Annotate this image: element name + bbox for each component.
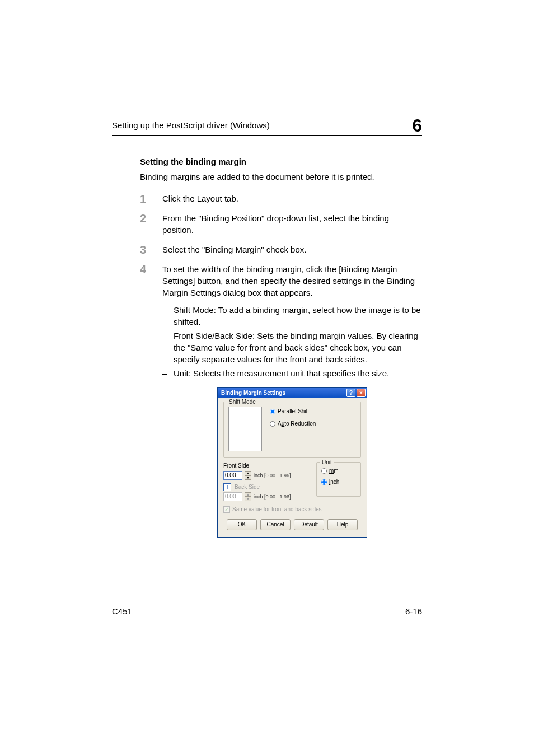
subitem: – Unit: Selects the measurement unit tha…: [162, 367, 422, 379]
close-icon[interactable]: ×: [357, 389, 366, 397]
info-icon: i: [223, 483, 231, 491]
subitem: – Shift Mode: To add a binding margin, s…: [162, 304, 422, 328]
cancel-button[interactable]: Cancel: [260, 519, 291, 530]
back-side-row: i Back Side: [223, 483, 308, 491]
front-range: inch [0.00...1.96]: [254, 472, 291, 479]
front-side-spinbox[interactable]: 0.00: [223, 471, 242, 480]
group-legend: Unit: [320, 459, 334, 466]
step-2: 2 From the "Binding Position" drop-down …: [140, 212, 422, 236]
step-1: 1 Click the Layout tab.: [140, 193, 422, 204]
subheading: Setting the binding margin: [140, 156, 422, 167]
subitem-text: Front Side/Back Side: Sets the binding m…: [174, 330, 422, 365]
sublist: – Shift Mode: To add a binding margin, s…: [162, 304, 422, 379]
subitem-text: Unit: Selects the measurement unit that …: [174, 367, 422, 379]
front-side-spin-buttons[interactable]: ▲▼: [245, 471, 251, 480]
step-text: Click the Layout tab.: [162, 193, 422, 204]
shift-mode-group: Shift Mode Parallel Shift: [223, 402, 361, 458]
unit-inch-radio[interactable]: inch: [321, 478, 356, 486]
content: Setting the binding margin Binding margi…: [112, 156, 422, 538]
running-head: Setting up the PostScript driver (Window…: [112, 120, 270, 130]
auto-reduction-radio[interactable]: Auto Reduction: [270, 420, 316, 428]
checkbox-label: Same value for front and back sides: [232, 506, 322, 514]
radio-label: Auto Reduction: [278, 420, 316, 428]
back-side-spin-buttons: ▲▼: [245, 492, 251, 501]
radio-input[interactable]: [270, 409, 275, 414]
back-range: inch [0.00...1.96]: [254, 493, 291, 501]
intro-text: Binding margins are added to the documen…: [140, 171, 422, 183]
step-4: 4 To set the width of the binding margin…: [140, 263, 422, 538]
group-legend: Shift Mode: [227, 398, 257, 406]
footer-right: 6-16: [405, 606, 422, 616]
checkbox-icon: ✓: [223, 506, 230, 513]
help-button[interactable]: Help: [327, 519, 358, 530]
ok-button[interactable]: OK: [227, 519, 257, 530]
front-side-label: Front Side: [223, 463, 249, 469]
page: Setting up the PostScript driver (Window…: [0, 0, 534, 756]
step-number: 1: [140, 193, 162, 204]
dialog-figure: Binding Margin Settings ? × Shift Mode: [162, 387, 422, 538]
default-button[interactable]: Default: [294, 519, 324, 530]
radio-input[interactable]: [321, 468, 327, 474]
bullet: –: [162, 367, 174, 379]
dialog-body: Shift Mode Parallel Shift: [218, 398, 367, 537]
radio-input[interactable]: [270, 421, 275, 427]
back-side-label: Back Side: [235, 483, 260, 491]
step-text: From the "Binding Position" drop-down li…: [162, 212, 422, 236]
radio-input[interactable]: [321, 479, 327, 485]
step-number: 2: [140, 212, 162, 224]
same-value-checkbox: ✓ Same value for front and back sides: [223, 506, 361, 514]
unit-mm-radio[interactable]: mm: [321, 467, 356, 475]
parallel-shift-radio[interactable]: Parallel Shift: [270, 408, 316, 416]
step-number: 4: [140, 263, 162, 275]
subitem: – Front Side/Back Side: Sets the binding…: [162, 330, 422, 365]
step-number: 3: [140, 244, 162, 255]
back-side-spinbox: 0.00: [223, 492, 242, 501]
page-footer: C451 6-16: [112, 603, 422, 616]
step-3: 3 Select the "Binding Margin" check box.: [140, 244, 422, 255]
radio-label: Parallel Shift: [278, 408, 309, 416]
bullet: –: [162, 330, 174, 365]
subitem-text: Shift Mode: To add a binding margin, sel…: [174, 304, 422, 328]
radio-label: inch: [329, 478, 339, 486]
chapter-number: 6: [412, 115, 422, 136]
shift-preview: [228, 407, 262, 451]
bullet: –: [162, 304, 174, 328]
dialog-titlebar: Binding Margin Settings ? ×: [218, 388, 367, 398]
page-header: Setting up the PostScript driver (Window…: [112, 112, 422, 136]
footer-left: C451: [112, 606, 132, 616]
help-icon[interactable]: ?: [346, 389, 355, 397]
step-text: To set the width of the binding margin, …: [162, 264, 415, 297]
dialog-title: Binding Margin Settings: [221, 389, 345, 397]
binding-margin-settings-dialog: Binding Margin Settings ? × Shift Mode: [217, 387, 367, 538]
front-back-column: Front Side 0.00 ▲▼ inch [0.00...1.96] i …: [223, 462, 308, 501]
unit-group: Unit mm inch: [316, 462, 361, 497]
step-body: To set the width of the binding margin, …: [162, 263, 422, 538]
step-text: Select the "Binding Margin" check box.: [162, 244, 422, 255]
radio-label: mm: [329, 467, 339, 475]
dialog-buttons: OK Cancel Default Help: [223, 519, 361, 531]
